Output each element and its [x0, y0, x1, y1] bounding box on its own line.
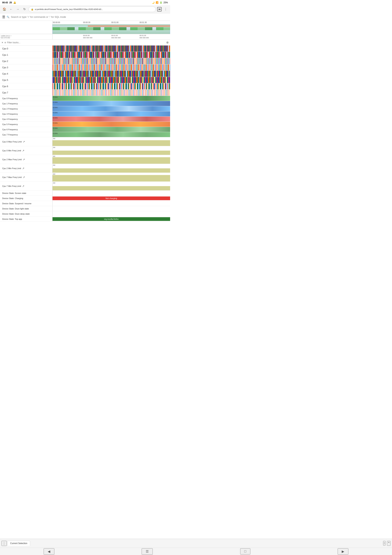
track-row-cpu1freq[interactable]: Cpu 1 Frequency 5 GHz: [0, 101, 170, 106]
track-row-cpu7[interactable]: Cpu 7: [0, 89, 170, 96]
battery-icon: 🔋: [160, 1, 162, 4]
cpu1freq-bar: [52, 101, 170, 106]
cpu4freq-bar: [52, 117, 170, 122]
cpu3freq-bar: [52, 111, 170, 116]
cpu2freq-bar: [52, 106, 170, 111]
trend-icon-0max: ↗: [23, 140, 25, 143]
track-row-screenstate[interactable]: Device State: Screen state: [0, 190, 170, 196]
forward-button[interactable]: →: [15, 7, 20, 12]
cpu1-bar: [52, 52, 170, 58]
track-row-cpu2minlimit[interactable]: Cpu 2 Min Freq Limit ↗ 2M: [0, 164, 170, 173]
track-row-cpu0freq[interactable]: Cpu 0 Frequency 5 GHz: [0, 96, 170, 101]
cpu5-bar: [52, 77, 170, 83]
url-text: ui.perfetto.dev/#!/viewer?local_cache_ke…: [35, 8, 103, 10]
search-input[interactable]: [11, 15, 168, 18]
cpu7maxlimit-bar: [52, 175, 170, 182]
status-time: 00:43: [2, 1, 8, 4]
track-row-dozedark[interactable]: Device State: Doze deep state: [0, 211, 170, 216]
cpu7maxlimit-label: Cpu 7 Max Freq Limit: [2, 176, 22, 178]
track-row-cpu5freq[interactable]: Cpu 5 Frequency 5 GHz: [0, 122, 170, 127]
track-row-cpu3[interactable]: Cpu 3: [0, 64, 170, 71]
track-row-cpu5[interactable]: Cpu 5: [0, 77, 170, 83]
track-row-suspend[interactable]: Device State: Suspend / resume: [0, 201, 170, 206]
cpu7minlimit-bar: [52, 186, 170, 190]
timeline-container: 00:00:00 00:00:30 00:01:00 00:01:30 14d0…: [0, 21, 170, 222]
back-button[interactable]: ←: [8, 7, 14, 12]
tracks-area: Cpu 0 Cpu 1 Cpu 2 Cpu 3: [0, 45, 170, 222]
cpu0minlimit-val: 2M: [53, 146, 55, 148]
wifi-icon: 📶: [156, 1, 158, 4]
cpu3freq-5ghz: 5 GHz: [53, 112, 58, 114]
cpu1freq-5ghz: 5 GHz: [53, 101, 58, 103]
dozedark-label: Device State: Doze deep state: [2, 213, 30, 215]
url-bar[interactable]: 🔒 ui.perfetto.dev/#!/viewer?local_cache_…: [29, 7, 156, 12]
ts-60: 00:01:00000 000 000: [111, 34, 121, 39]
reload-button[interactable]: ↻: [22, 7, 27, 12]
not-charging-text: Not charging: [106, 197, 117, 199]
track-row-cpu0maxlimit[interactable]: Cpu 0 Max Freq Limit ↗ 3M: [0, 137, 170, 146]
track-row-cpu6[interactable]: Cpu 6: [0, 83, 170, 89]
ruler-30: 00:00:30: [83, 22, 90, 23]
track-row-cpu2[interactable]: Cpu 2: [0, 58, 170, 64]
hamburger-menu[interactable]: ☰: [2, 15, 5, 19]
ts-base-left1: 14d06:18:21 +: [1, 35, 52, 37]
top-app-text: org.mozilla.firefox: [104, 218, 119, 220]
track-row-cpu7freq[interactable]: Cpu 7 Frequency 5 GHz: [0, 132, 170, 137]
filter-clear-icon[interactable]: ⊗: [166, 41, 169, 44]
cpu1-label: Cpu 1: [2, 54, 8, 56]
cpu0freq-label: Cpu 0 Frequency: [2, 97, 18, 100]
track-row-cpu1[interactable]: Cpu 1: [0, 52, 170, 58]
track-row-charging[interactable]: Device State: Charging Not charging: [0, 196, 170, 201]
battery-pct: 25%: [164, 1, 168, 4]
cpu0maxlimit-bar: [52, 140, 170, 146]
cpu0maxlimit-val: 3M: [53, 138, 55, 139]
cpu0-label: Cpu 0: [2, 47, 8, 50]
cpu7freq-5ghz: 5 GHz: [53, 132, 58, 134]
track-row-topapp[interactable]: Device State: Top app org.mozilla.firefo…: [0, 216, 170, 222]
home-button[interactable]: 🏠: [2, 7, 7, 12]
track-row-cpu2maxlimit[interactable]: Cpu 2 Max Freq Limit ↗ 4M: [0, 155, 170, 164]
more-button[interactable]: ⋮: [163, 7, 168, 12]
cpu2-label: Cpu 2: [2, 60, 8, 63]
cpu6freq-label: Cpu 6 Frequency: [2, 128, 18, 131]
status-notifications: 25: [9, 1, 12, 4]
track-row-cpu7maxlimit[interactable]: Cpu 7 Max Freq Limit ↗ 4M: [0, 173, 170, 182]
overview-minimap[interactable]: [52, 24, 170, 34]
track-row-cpu4freq[interactable]: Cpu 4 Frequency 5 GHz: [0, 117, 170, 122]
ruler-0: 00:00:00: [53, 22, 60, 23]
cpu1freq-label: Cpu 1 Frequency: [2, 102, 18, 105]
cpu2freq-label: Cpu 2 Frequency: [2, 108, 18, 110]
cpu5freq-bar: [52, 122, 170, 127]
filter-menu-icon[interactable]: ≡: [4, 41, 6, 44]
cpu0freq-bar: [52, 96, 170, 101]
cpu6freq-bar: [52, 127, 170, 132]
browser-bar: 🏠 ← → ↻ 🔒 ui.perfetto.dev/#!/viewer?loca…: [0, 5, 170, 13]
track-row-cpu4[interactable]: Cpu 4: [0, 71, 170, 77]
track-row-dozelight[interactable]: Device State: Doze light state: [0, 206, 170, 211]
track-row-cpu2freq[interactable]: Cpu 2 Frequency 5 GHz: [0, 106, 170, 111]
tab-count[interactable]: 16: [157, 7, 162, 11]
track-row-cpu0[interactable]: Cpu 0: [0, 45, 170, 52]
cpu7freq-bar: [52, 132, 170, 137]
cpu3-label: Cpu 3: [2, 66, 8, 69]
time-ruler: 00:00:00 00:00:30 00:01:00 00:01:30: [0, 21, 170, 24]
cpu7minlimit-val: 2M: [53, 182, 55, 184]
track-row-cpu3freq[interactable]: Cpu 3 Frequency 5 GHz: [0, 111, 170, 117]
filter-x[interactable]: ✕: [1, 41, 3, 44]
cpu7maxlimit-val: 4M: [53, 173, 55, 175]
track-row-cpu7minlimit[interactable]: Cpu 7 Min Freq Limit ↗ 2M: [0, 182, 170, 190]
cpu5freq-label: Cpu 5 Frequency: [2, 123, 18, 125]
lock-icon: 🔒: [31, 8, 34, 11]
cpu7freq-label: Cpu 7 Frequency: [2, 134, 18, 136]
search-icon: 🔍: [7, 16, 9, 18]
ts-30: 00:00:30000 000 000: [83, 34, 92, 39]
track-row-cpu6freq[interactable]: Cpu 6 Frequency 5 GHz: [0, 127, 170, 132]
cpu2maxlimit-label: Cpu 2 Max Freq Limit: [2, 158, 22, 161]
cpu5freq-5ghz: 5 GHz: [53, 122, 58, 124]
timestamp-row: 14d06:18:21 + 516 479 453 00:00:30000 00…: [0, 34, 170, 40]
suspend-label: Device State: Suspend / resume: [2, 202, 31, 204]
cpu4-bar: [52, 71, 170, 77]
cpu3freq-label: Cpu 3 Frequency: [2, 113, 18, 115]
track-row-cpu0minlimit[interactable]: Cpu 0 Min Freq Limit ↗ 2M: [0, 146, 170, 155]
filter-input[interactable]: [7, 41, 165, 44]
